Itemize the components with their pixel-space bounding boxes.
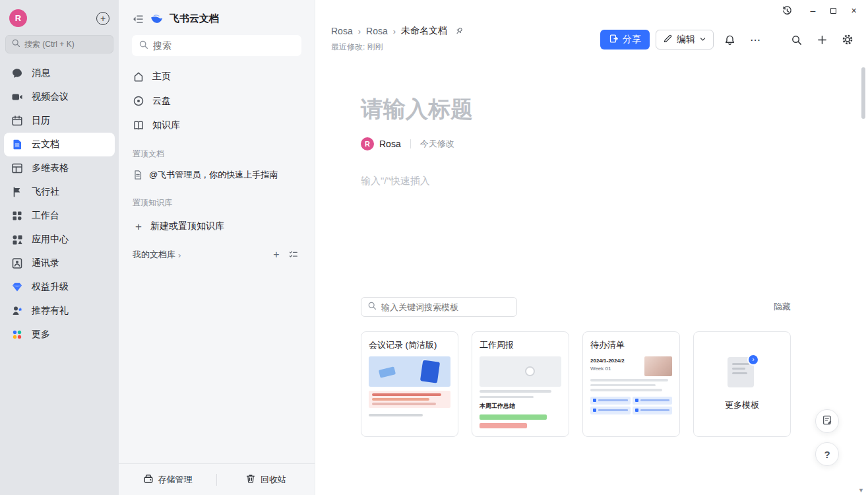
- sidebar-item-workbench[interactable]: 工作台: [4, 204, 115, 228]
- close-icon[interactable]: ×: [844, 2, 864, 19]
- hide-templates-button[interactable]: 隐藏: [774, 301, 791, 313]
- share-label: 分享: [623, 34, 641, 46]
- diamond-icon: [11, 280, 24, 294]
- grid-table-icon: [11, 162, 24, 175]
- sidebar-item-upgrade[interactable]: 权益升级: [4, 275, 115, 299]
- nav-item-label: 知识库: [152, 119, 180, 131]
- nav-item-home[interactable]: 主页: [127, 64, 307, 88]
- doc-feedback-button[interactable]: [815, 409, 839, 433]
- help-button[interactable]: ?: [815, 442, 839, 466]
- drive-disc-icon: [133, 95, 144, 107]
- docs-panel: 飞书云文档 主页 云盘 知识库 置顶文档 @飞书管理员，你的: [119, 0, 315, 495]
- template-card-title: 待办清单: [590, 339, 672, 351]
- sidebar-item-label: 通讯录: [32, 257, 59, 269]
- sidebar-item-contacts[interactable]: 通讯录: [4, 251, 115, 275]
- scrollbar-thumb[interactable]: [861, 67, 865, 119]
- doc-icon: [11, 138, 24, 151]
- sidebar-item-app-center[interactable]: 应用中心: [4, 228, 115, 251]
- nav-item-label: 主页: [152, 71, 171, 82]
- docs-search-input[interactable]: [153, 40, 295, 51]
- docs-search-box[interactable]: [132, 35, 301, 56]
- sidebar-item-label: 权益升级: [32, 281, 69, 293]
- sidebar-item-label: 推荐有礼: [32, 305, 69, 317]
- sidebar-item-referral[interactable]: 推荐有礼: [4, 299, 115, 323]
- template-search-input[interactable]: [381, 302, 511, 312]
- author-name[interactable]: Rosa: [379, 139, 401, 149]
- search-icon[interactable]: [786, 30, 806, 50]
- pinned-doc-item[interactable]: @飞书管理员，你的快速上手指南: [127, 164, 307, 186]
- main-area: – × Rosa › Rosa › 未命名文档 最近修改: 刚刚 分享: [315, 0, 868, 495]
- new-wiki-button[interactable]: + 新建或置顶知识库: [127, 215, 307, 238]
- my-library-label[interactable]: 我的文档库: [133, 249, 175, 261]
- window-controls: – ×: [777, 2, 864, 19]
- settings-gear-icon[interactable]: [838, 30, 857, 50]
- thumbnail-text-line: [480, 396, 534, 399]
- collapse-sidebar-icon[interactable]: [132, 13, 144, 25]
- doc-title-placeholder[interactable]: 请输入标题: [361, 94, 860, 125]
- app-center-icon: [11, 233, 24, 246]
- notification-bell-icon[interactable]: [720, 30, 739, 50]
- home-icon: [133, 71, 144, 82]
- sidebar-item-community[interactable]: 飞行社: [4, 180, 115, 204]
- doc-body-placeholder[interactable]: 输入"/"快速插入: [361, 175, 860, 187]
- template-card-weekly-report[interactable]: 工作周报 本周工作总结: [472, 331, 569, 437]
- question-mark-icon: ?: [824, 449, 830, 460]
- chevron-right-icon[interactable]: ›: [178, 250, 181, 260]
- nav-item-wiki[interactable]: 知识库: [127, 113, 307, 137]
- nav-item-drive[interactable]: 云盘: [127, 88, 307, 113]
- sidebar-item-more[interactable]: 更多: [4, 323, 115, 346]
- nav-item-label: 云盘: [152, 95, 171, 107]
- my-library-row: 我的文档库 › +: [127, 244, 307, 265]
- thumbnail-task-rows: [590, 397, 672, 414]
- header-actions: 分享 编辑 ⋯: [600, 30, 857, 50]
- global-search-box[interactable]: [5, 35, 113, 53]
- add-doc-button[interactable]: +: [269, 248, 284, 262]
- user-avatar[interactable]: R: [9, 9, 27, 27]
- template-cards: 会议记录 (简洁版) 工作周报 本周工: [361, 331, 791, 437]
- add-workspace-button[interactable]: +: [96, 12, 109, 25]
- minimize-icon[interactable]: –: [803, 2, 823, 19]
- sidebar-item-label: 消息: [32, 67, 50, 79]
- template-card-title: 工作周报: [480, 339, 561, 351]
- trash-button[interactable]: 回收站: [217, 464, 315, 495]
- breadcrumb-separator: ›: [358, 26, 361, 36]
- sidebar-item-label: 工作台: [32, 210, 59, 222]
- chat-bubble-icon: [11, 67, 24, 80]
- plus-icon: +: [133, 221, 144, 232]
- gift-person-icon: [11, 304, 24, 317]
- template-card-todo-list[interactable]: 待办清单 2024/1-2024/2 Week 01: [582, 331, 680, 437]
- thumbnail-progress-bar-green: [480, 414, 547, 420]
- sidebar-item-video-meeting[interactable]: 视频会议: [4, 85, 115, 109]
- maximize-icon[interactable]: [823, 2, 844, 19]
- history-icon[interactable]: [777, 2, 797, 19]
- doc-editor: 请输入标题 R Rosa 今天修改 输入"/"快速插入 隐藏: [315, 63, 860, 495]
- sidebar-item-messages[interactable]: 消息: [4, 61, 115, 85]
- share-doc-icon: [609, 34, 619, 46]
- author-avatar[interactable]: R: [361, 137, 374, 150]
- more-actions-icon[interactable]: ⋯: [745, 30, 765, 50]
- thumbnail-photo: [644, 356, 672, 376]
- sidebar-item-base[interactable]: 多维表格: [4, 156, 115, 180]
- pin-icon[interactable]: [454, 26, 464, 36]
- doc-file-icon: [133, 170, 143, 180]
- breadcrumb: Rosa › Rosa › 未命名文档: [331, 25, 464, 37]
- new-wiki-label: 新建或置顶知识库: [150, 220, 224, 232]
- template-section: 隐藏 会议记录 (简洁版) 工作周报: [361, 297, 791, 437]
- storage-manage-button[interactable]: 存储管理: [119, 464, 216, 495]
- sidebar-nav: 消息 视频会议 日历 云文档 多维表格 飞行社: [0, 59, 119, 495]
- sort-list-icon[interactable]: [286, 248, 301, 262]
- breadcrumb-item[interactable]: Rosa: [366, 26, 388, 36]
- pencil-icon: [663, 34, 673, 46]
- sidebar-item-calendar[interactable]: 日历: [4, 109, 115, 133]
- thumbnail-text-line: [480, 390, 551, 393]
- share-button[interactable]: 分享: [600, 30, 650, 50]
- breadcrumb-item[interactable]: Rosa: [331, 26, 353, 36]
- global-search-input[interactable]: [24, 40, 108, 49]
- scroll-down-arrow[interactable]: ▼: [858, 487, 864, 494]
- template-card-meeting-notes[interactable]: 会议记录 (简洁版): [361, 331, 458, 437]
- more-templates-card[interactable]: › 更多模板: [693, 331, 791, 437]
- create-new-icon[interactable]: [812, 30, 832, 50]
- template-search-box[interactable]: [361, 297, 517, 317]
- sidebar-item-cloud-docs[interactable]: 云文档: [4, 133, 115, 156]
- edit-mode-button[interactable]: 编辑: [656, 30, 714, 50]
